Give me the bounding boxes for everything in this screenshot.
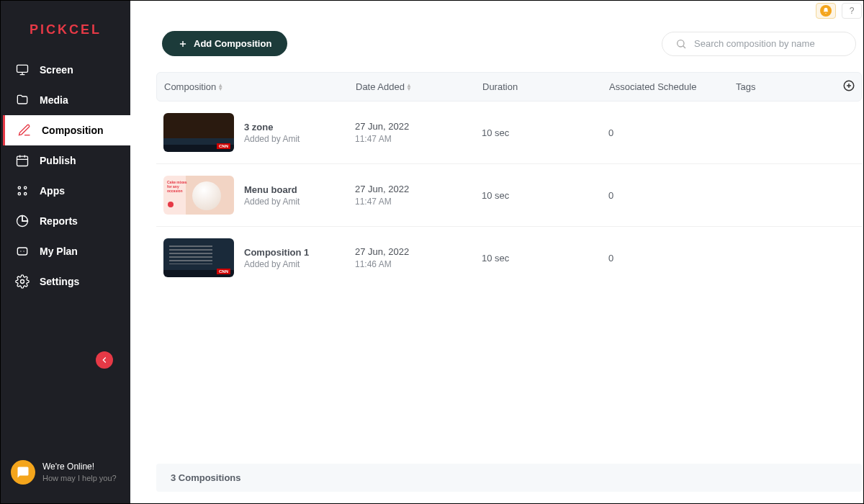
row-duration: 10 sec — [482, 253, 608, 264]
table-row[interactable]: Cake mixes for any occasion Menu board A… — [156, 164, 862, 227]
sidebar-item-label: Publish — [40, 155, 76, 166]
chat-status: We're Online! — [42, 462, 117, 473]
grid-icon — [15, 184, 30, 198]
table-row[interactable]: Composition 1 Added by Amit 27 Jun, 2022… — [156, 227, 862, 289]
sidebar-item-reports[interactable]: Reports — [1, 206, 130, 236]
svg-point-4 — [18, 193, 20, 195]
table-header: Composition▲▼ Date Added▲▼ Duration Asso… — [156, 72, 862, 102]
chat-widget[interactable]: We're Online! How may I help you? — [11, 460, 117, 485]
svg-rect-6 — [17, 248, 27, 255]
table-footer-count: 3 Compositions — [156, 464, 862, 492]
svg-point-3 — [24, 186, 27, 189]
plus-icon — [178, 39, 188, 49]
sidebar-item-media[interactable]: Media — [1, 85, 130, 115]
row-added-by: Added by Amit — [244, 197, 300, 207]
folder-icon — [15, 93, 30, 107]
row-title: 3 zone — [244, 122, 300, 132]
svg-point-7 — [21, 280, 24, 284]
sidebar-item-publish[interactable]: Publish — [1, 145, 130, 176]
row-time: 11:46 AM — [355, 259, 482, 269]
composition-thumbnail: Cake mixes for any occasion — [163, 176, 234, 215]
svg-point-8 — [678, 40, 684, 46]
col-composition[interactable]: Composition▲▼ — [164, 81, 356, 92]
add-column-button[interactable] — [842, 79, 855, 94]
row-date: 27 Jun, 2022 — [355, 121, 482, 132]
sidebar-item-settings[interactable]: Settings — [1, 266, 130, 297]
chat-icon — [11, 460, 35, 485]
badge-icon — [15, 244, 30, 258]
composition-thumbnail — [163, 238, 234, 277]
action-row: Add Composition — [130, 17, 863, 63]
sidebar: PICKCEL Screen Media Composition Publish… — [1, 1, 130, 504]
col-tags: Tags — [736, 81, 854, 92]
table-body: 3 zone Added by Amit 27 Jun, 2022 11:47 … — [156, 102, 862, 289]
main-content: ? Add Composition Composition▲▼ Date Add… — [130, 1, 863, 503]
row-time: 11:47 AM — [355, 134, 482, 144]
gear-icon — [15, 274, 30, 289]
pie-icon — [15, 214, 30, 228]
row-date: 27 Jun, 2022 — [355, 246, 482, 257]
col-duration: Duration — [482, 81, 609, 92]
add-composition-button[interactable]: Add Composition — [162, 31, 287, 56]
calendar-icon — [15, 153, 30, 168]
col-schedule: Associated Schedule — [609, 81, 736, 92]
collapse-sidebar-button[interactable] — [96, 351, 113, 369]
col-date-added[interactable]: Date Added▲▼ — [356, 81, 482, 92]
plus-circle-icon — [842, 79, 855, 92]
sidebar-item-composition[interactable]: Composition — [3, 115, 130, 145]
row-date: 27 Jun, 2022 — [355, 184, 482, 194]
sidebar-item-label: My Plan — [40, 246, 78, 257]
row-schedule: 0 — [608, 127, 735, 138]
svg-rect-1 — [17, 156, 28, 166]
search-box[interactable] — [662, 32, 856, 56]
chat-help-text: How may I help you? — [42, 473, 117, 483]
sidebar-item-label: Composition — [42, 125, 104, 136]
sidebar-item-label: Apps — [40, 185, 65, 197]
brand-logo: PICKCEL — [1, 1, 130, 55]
sidebar-item-label: Screen — [40, 64, 73, 76]
svg-point-2 — [18, 186, 20, 189]
svg-point-5 — [24, 193, 27, 195]
sort-icon: ▲▼ — [217, 84, 223, 91]
sidebar-item-label: Settings — [40, 276, 79, 287]
row-duration: 10 sec — [482, 127, 608, 138]
row-schedule: 0 — [608, 190, 735, 201]
row-time: 11:47 AM — [355, 197, 482, 207]
edit-icon — [17, 123, 32, 138]
composition-thumbnail — [163, 113, 234, 152]
table-row[interactable]: 3 zone Added by Amit 27 Jun, 2022 11:47 … — [156, 102, 862, 164]
row-title: Composition 1 — [244, 247, 309, 258]
row-title: Menu board — [244, 184, 300, 195]
search-icon — [675, 38, 687, 50]
sidebar-item-label: Reports — [40, 215, 78, 227]
row-schedule: 0 — [608, 253, 735, 264]
sidebar-item-label: Media — [40, 94, 68, 106]
row-added-by: Added by Amit — [244, 259, 309, 269]
sidebar-item-myplan[interactable]: My Plan — [1, 236, 130, 266]
row-added-by: Added by Amit — [244, 134, 300, 144]
add-button-label: Add Composition — [194, 38, 271, 49]
monitor-icon — [15, 63, 30, 77]
svg-rect-0 — [17, 65, 28, 72]
bell-icon — [820, 5, 832, 17]
sidebar-item-screen[interactable]: Screen — [1, 55, 130, 85]
sidebar-item-apps[interactable]: Apps — [1, 176, 130, 206]
sort-icon: ▲▼ — [406, 84, 412, 91]
topbar: ? — [130, 1, 863, 17]
search-input[interactable] — [694, 38, 842, 49]
arrow-left-icon — [99, 355, 109, 365]
row-duration: 10 sec — [482, 190, 608, 201]
